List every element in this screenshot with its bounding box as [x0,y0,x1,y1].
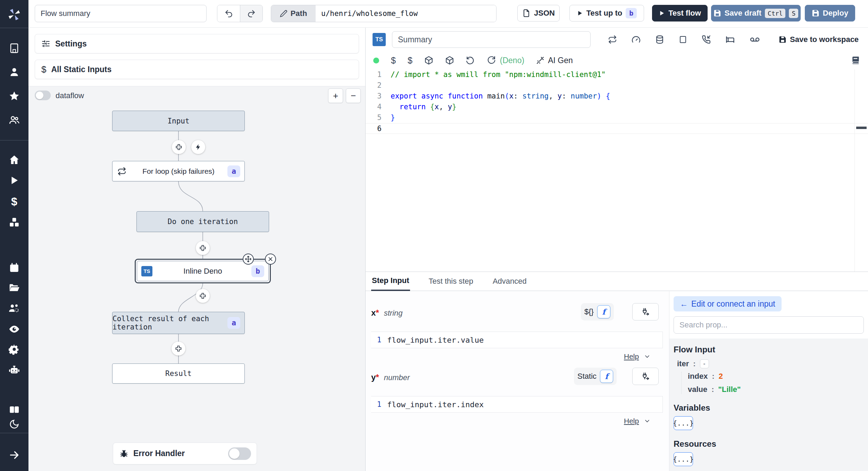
x-mode-toggle[interactable]: ${} f [581,303,614,320]
code-line[interactable]: 3export async function main(x: string, y… [366,91,868,102]
save-draft-button[interactable]: Save draft Ctrl S [711,5,801,22]
node-do-one-iteration[interactable]: Do one iteration [136,211,269,232]
x-help-link[interactable]: Help [624,352,651,361]
tab-step-input[interactable]: Step Input [371,272,410,291]
code-editor[interactable]: 1// import * as wmill from "npm:windmill… [366,69,868,272]
tab-advanced[interactable]: Advanced [492,272,527,291]
node-for-loop[interactable]: For loop (skip failures) a [112,161,245,181]
refresh-icon[interactable] [487,56,496,65]
square-icon[interactable] [679,35,687,44]
json-button[interactable]: JSON [517,5,560,22]
add-step-button plus-icon[interactable] [196,289,210,303]
add-step-button plus-icon[interactable] [172,140,186,154]
line-number: 5 [366,112,391,123]
redo-button redo-icon[interactable] [240,5,262,22]
tab-test-this-step[interactable]: Test this step [428,272,474,291]
sidebar-item-settings gear-icon[interactable] [9,344,20,355]
sidebar-collapse arrow-right-icon[interactable] [9,449,20,461]
editor-overview-ruler[interactable] [854,69,855,272]
editor-header: TS Save to workspace [366,28,868,51]
package-icon[interactable] [424,56,433,65]
flow-summary-input[interactable] [35,5,207,22]
step-id-badge: a [227,317,240,329]
sidebar-item-groups users-icon[interactable] [9,114,20,126]
sidebar-item-workspace building-icon[interactable] [9,43,19,53]
undo-button undo-icon[interactable] [217,5,240,22]
package-icon[interactable] [445,56,454,65]
flow-settings-button[interactable]: Settings [35,34,359,53]
collapse-button[interactable]: - [700,359,709,368]
sidebar-item-favorites star-icon[interactable] [9,91,20,102]
x-expression-editor[interactable]: 1 flow_input.iter.value [371,332,663,348]
search-prop-input[interactable] [674,316,864,334]
code-line[interactable]: 1// import * as wmill from "npm:windmill… [366,69,868,80]
tree-row-value[interactable]: value : "Lille" [688,385,865,394]
chevron-down-icon [644,353,651,360]
all-static-inputs-button[interactable]: $ All Static Inputs [35,60,359,79]
path-label[interactable]: Path [271,5,316,22]
retry-icon[interactable] [608,35,617,44]
trigger-button bolt-icon[interactable] [191,140,205,154]
play-icon [577,10,583,16]
y-connect-button plug-icon[interactable] [632,368,659,385]
javascript-mode-badge[interactable]: f [600,370,613,383]
database-icon[interactable] [655,35,664,44]
add-step-button plus-icon[interactable] [172,342,185,356]
sidebar-item-runs play-icon[interactable] [9,175,19,186]
test-up-to-button[interactable]: Test up to b [569,5,644,22]
library-book-icon[interactable] [851,56,860,65]
tree-row-iter[interactable]: iter : - [677,359,865,368]
deploy-button[interactable]: Deploy [805,5,855,22]
sidebar-item-resources boxes-icon[interactable] [9,217,20,228]
step-section: Step Input Test this step Advanced x*str… [365,272,868,471]
sidebar-item-variables dollar-icon[interactable]: $ [11,195,17,208]
flow-input-title: Flow Input [674,345,865,354]
ai-gen-button[interactable]: AI Gen [536,56,573,65]
error-handler-toggle[interactable] [228,447,251,460]
x-expression-value: flow_input.iter.value [387,336,484,344]
add-step-button plus-icon[interactable] [196,241,210,255]
code-line[interactable]: 4 return {x, y} [366,102,868,112]
error-handler-row[interactable]: Error Handler [113,443,257,464]
node-inline-deno[interactable]: TS Inline Deno b [135,259,271,283]
y-help-link[interactable]: Help [624,417,651,425]
javascript-mode-badge[interactable]: f [597,305,610,318]
x-connect-button plug-icon[interactable] [632,303,659,320]
node-collect-result[interactable]: Collect result of each iteration a [112,312,245,334]
variable-picker-icon[interactable]: $ [408,55,412,66]
gauge-icon[interactable] [632,35,641,44]
summary-input[interactable] [392,31,591,48]
windmill-logo-icon[interactable] [7,8,21,22]
y-expression-editor[interactable]: 1 flow_input.iter.index [371,396,663,413]
sidebar-item-user user-icon[interactable] [9,67,19,77]
path-input[interactable] [316,5,496,22]
sidebar-item-schedules calendar-icon[interactable] [9,263,19,273]
y-mode-toggle[interactable]: Static f [574,368,617,385]
sidebar-item-theme moon-icon[interactable] [9,419,19,429]
voicemail-icon[interactable] [750,34,760,45]
code-line[interactable]: 2 [366,80,868,91]
delete-node-button close-icon[interactable] [265,254,276,265]
sidebar-item-ai robot-icon[interactable] [8,365,20,376]
sidebar-item-home home-icon[interactable] [9,154,20,165]
bed-icon[interactable] [725,35,735,44]
tree-row-index[interactable]: index : 2 [688,372,865,381]
variables-object-button[interactable]: {...} [674,416,693,430]
sidebar-item-workers users-gear-icon[interactable] [8,302,20,314]
node-result[interactable]: Result [112,363,245,384]
typescript-badge: TS [373,33,386,46]
test-flow-button[interactable]: Test flow [652,5,708,22]
edit-or-connect-button[interactable]: ← Edit or connect an input [674,296,782,311]
save-to-workspace-button[interactable]: Save to workspace [779,35,859,44]
sidebar-item-folders folder-open-icon[interactable] [9,282,20,293]
sidebar-item-audit eye-icon[interactable] [8,323,20,335]
node-input[interactable]: Input [112,111,245,131]
code-line[interactable]: 5} [366,112,868,123]
phone-incoming-icon[interactable] [702,35,711,44]
resources-object-button[interactable]: {...} [674,452,693,466]
move-node-button move-icon[interactable] [243,254,254,265]
code-line[interactable]: 6 [366,123,868,134]
sidebar-item-docs books-icon[interactable] [9,404,20,415]
static-inputs-icon[interactable]: $ [391,55,396,66]
reset-icon[interactable] [466,56,475,65]
